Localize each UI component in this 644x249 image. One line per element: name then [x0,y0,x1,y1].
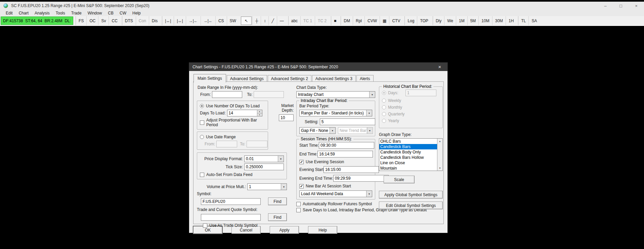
dropdown-arrow-icon[interactable]: ▼ [281,184,287,190]
autoset-from-datafeed-checkbox[interactable] [200,173,204,177]
compress-bars-filled-icon[interactable]: →|← [201,16,215,25]
symbol-input[interactable] [201,198,261,205]
tab-advanced-settings-2[interactable]: Advanced Settings 2 [268,75,311,82]
chart-data-type-select[interactable]: Intraday Chart ▼ [296,91,375,98]
menu-trade[interactable]: Trade [68,10,85,16]
minimize-button[interactable]: – [598,2,613,10]
use-evening-session-checkbox[interactable]: ✓ [299,160,304,164]
solid-square-icon[interactable]: ■ [331,16,339,25]
dropdown-arrow-icon[interactable]: ▼ [366,110,372,116]
dropdown-arrow-icon[interactable]: ▼ [278,156,284,162]
menu-help[interactable]: Help [129,10,144,16]
menu-tools[interactable]: Tools [53,10,68,16]
disconnect-button[interactable]: Dis [149,16,160,25]
close-button[interactable]: × [629,2,644,10]
bar-spacing-wide-icon[interactable]: |↔| [174,16,185,25]
use-as-trade-only-checkbox[interactable] [203,223,207,228]
save-button[interactable]: Sv [98,16,109,25]
range-from-input[interactable] [216,141,237,147]
auto-rollover-checkbox[interactable] [296,202,301,206]
listbox-scrollbar[interactable]: ▲ ▼ [437,139,442,171]
dialog-close-icon[interactable]: × [435,64,444,70]
evening-start-input[interactable] [324,166,379,173]
range-to-input[interactable] [247,141,267,147]
cc-button[interactable]: CC [109,16,120,25]
cvw-button[interactable]: CVW [364,16,380,25]
tick-size-input[interactable] [244,164,284,170]
line-tool-icon[interactable]: ╱ [268,16,276,25]
period-30min-button[interactable]: 30M [492,16,506,25]
trade-symbol-find-button[interactable]: Find [268,213,287,221]
scroll-down-icon[interactable]: ▼ [437,166,442,171]
text-tool-button[interactable]: abc [288,16,300,25]
apply-global-symbol-settings-button[interactable]: Apply Global Symbol Settings [379,191,443,199]
log-scale-button[interactable]: Log [404,16,417,25]
dm-button[interactable]: DM [341,16,353,25]
use-date-range-radio[interactable] [200,135,204,139]
tab-advanced-settings-3[interactable]: Advanced Settings 3 [312,75,356,82]
menu-edit[interactable]: Edit [3,10,16,16]
gap-fill-select[interactable]: Gap Fill - None ▼ [299,127,336,134]
menu-analysis[interactable]: Analysis [32,10,53,16]
daily-period-button[interactable]: Dly [433,16,444,25]
days-to-load-input[interactable] [227,110,257,116]
list-item[interactable]: Candlestick Bars Hollow [379,155,437,160]
list-item[interactable]: OHLC Bars [379,139,437,144]
period-1min-button[interactable]: 1M [456,16,467,25]
menu-cw[interactable]: CW [117,10,129,16]
scroll-up-icon[interactable]: ▲ [437,139,442,144]
list-item[interactable]: Mountain [379,166,437,171]
market-depth-input[interactable] [279,114,294,121]
save-as-default-checkbox[interactable] [296,208,301,212]
tpo-chart-icon[interactable]: ▦ [380,16,389,25]
oc-button[interactable]: OC [86,16,98,25]
tab-alerts[interactable]: Alerts [356,75,374,82]
compress-bars-icon[interactable]: →|← [186,16,201,25]
trade-symbol-input[interactable] [201,214,261,221]
weekend-data-select[interactable]: Load All Weekend Data ▼ [299,190,372,197]
fs-button[interactable]: FS [76,16,86,25]
menu-window[interactable]: Window [85,10,105,16]
date-range-to-input[interactable] [254,91,284,98]
sa-button[interactable]: SA [528,16,540,25]
trendline-button[interactable]: TL [518,16,528,25]
new-bar-at-session-start-checkbox[interactable]: ✓ [299,184,304,188]
crosshair-tool-icon[interactable]: ┼ [252,16,261,25]
period-10min-button[interactable]: 10M [478,16,492,25]
spin-up-icon[interactable]: ▲ [257,110,262,113]
dts-button[interactable]: DTS [122,16,136,25]
weekly-period-button[interactable]: We [444,16,456,25]
dropdown-arrow-icon[interactable]: ▼ [366,191,372,197]
sw-button[interactable]: SW [227,16,239,25]
top-button[interactable]: TOP [417,16,431,25]
dropdown-arrow-icon[interactable]: ▼ [367,128,373,134]
use-number-of-days-radio[interactable] [200,104,204,108]
period-1hour-button[interactable]: 1H [506,16,516,25]
adjust-proportional-checkbox[interactable] [200,120,204,125]
period-5min-button[interactable]: 5M [467,16,479,25]
cs-button[interactable]: CS [215,16,227,25]
volume-mult-select[interactable]: 1 ▼ [247,183,287,190]
start-time-input[interactable] [319,142,374,149]
symbol-find-button[interactable]: Find [268,198,287,205]
bar-period-type-select[interactable]: Range Per Bar - Standard (in ticks) ▼ [299,110,372,116]
setting-input[interactable] [320,118,375,125]
measure-tool-icon[interactable]: ↕ [261,16,268,25]
scale-button[interactable]: Scale [384,176,415,183]
pointer-tool-icon[interactable]: ↖ [241,16,252,25]
tab-advanced-settings[interactable]: Advanced Settings [227,75,267,82]
maximize-button[interactable]: □ [613,2,629,10]
date-range-from-input[interactable] [212,91,242,98]
bar-spacing-icon[interactable]: |↔| [162,16,174,25]
spin-down-icon[interactable]: ▼ [257,113,262,116]
replay-button[interactable]: Rpl [353,16,364,25]
list-item-selected[interactable]: Candlestick Bars [379,144,437,149]
tab-main-settings[interactable]: Main Settings [194,74,226,82]
menu-cb[interactable]: CB [105,10,117,16]
dropdown-arrow-icon[interactable]: ▼ [330,128,335,134]
dropdown-arrow-icon[interactable]: ▼ [369,92,375,98]
list-item[interactable]: Candlestick Body Only [379,149,437,155]
menu-chart[interactable]: Chart [16,10,32,16]
horizontal-line-tool-icon[interactable]: — [277,16,287,25]
days-to-load-spinner[interactable]: ▲ ▼ [257,110,262,116]
